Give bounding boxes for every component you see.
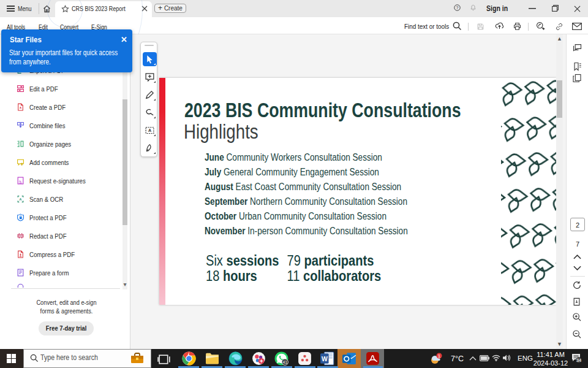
svg-text:1: 1 [438, 353, 441, 359]
svg-text:A: A [20, 197, 22, 201]
svg-text:34: 34 [576, 358, 581, 363]
svg-text:A: A [20, 106, 22, 109]
svg-text:?: ? [456, 6, 459, 10]
svg-text:41: 41 [282, 360, 287, 364]
svg-text:A: A [148, 128, 151, 133]
svg-text:W: W [322, 356, 328, 362]
